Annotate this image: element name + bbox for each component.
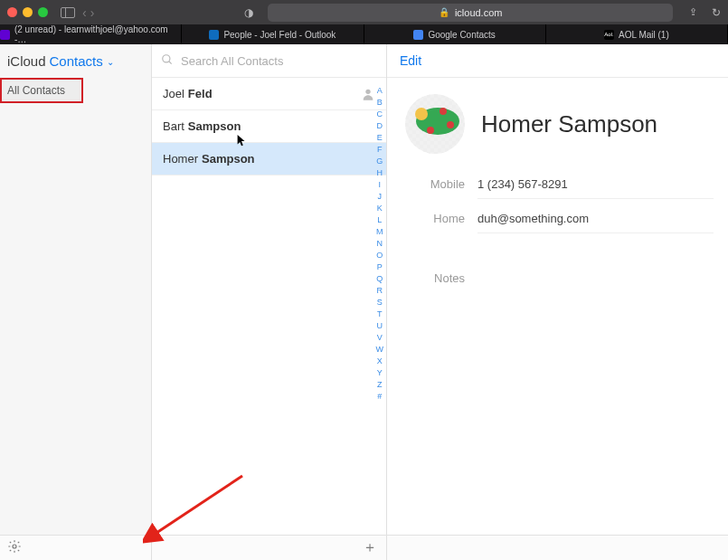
sidebar-toggle-icon[interactable] bbox=[61, 7, 75, 18]
tab-yahoo-mail[interactable]: (2 unread) - learnwithjoel@yahoo.com -… bbox=[0, 24, 182, 44]
forward-button-icon[interactable]: › bbox=[90, 5, 95, 20]
alpha-letter[interactable]: Y bbox=[376, 368, 384, 377]
alpha-letter[interactable]: Z bbox=[376, 380, 384, 389]
alpha-letter[interactable]: K bbox=[376, 204, 384, 213]
address-bar[interactable]: 🔒 icloud.com bbox=[268, 4, 673, 22]
alpha-letter[interactable]: G bbox=[376, 157, 384, 166]
alpha-letter[interactable]: A bbox=[376, 86, 384, 95]
alpha-letter[interactable]: P bbox=[376, 262, 384, 271]
edit-button[interactable]: Edit bbox=[400, 53, 421, 68]
field-label: Notes bbox=[405, 271, 477, 285]
svg-point-2 bbox=[365, 89, 370, 93]
tab-label: Google Contacts bbox=[428, 30, 496, 40]
close-window-icon[interactable] bbox=[7, 7, 17, 17]
contact-row-joel-feld[interactable]: Joel Feld bbox=[152, 78, 386, 110]
google-favicon-icon bbox=[413, 30, 423, 40]
contact-last: Sampson bbox=[188, 119, 241, 133]
search-icon bbox=[161, 53, 174, 69]
alpha-letter[interactable]: L bbox=[376, 215, 384, 224]
alpha-letter[interactable]: F bbox=[376, 145, 384, 154]
app-title-main: Contacts bbox=[50, 53, 103, 69]
alpha-letter[interactable]: U bbox=[376, 321, 384, 330]
privacy-shield-icon[interactable]: ◑ bbox=[244, 6, 253, 19]
svg-point-10 bbox=[427, 127, 434, 134]
address-host: icloud.com bbox=[455, 7, 503, 18]
alpha-letter[interactable]: S bbox=[376, 298, 384, 307]
tab-label: AOL Mail (1) bbox=[619, 30, 669, 40]
svg-point-9 bbox=[447, 121, 454, 128]
alpha-letter[interactable]: D bbox=[376, 121, 384, 130]
alpha-letter[interactable]: W bbox=[376, 345, 384, 354]
search-input[interactable] bbox=[181, 54, 377, 68]
aol-favicon-icon: Aol. bbox=[604, 30, 614, 40]
minimize-window-icon[interactable] bbox=[23, 7, 33, 17]
field-value-notes[interactable] bbox=[477, 246, 714, 282]
zoom-window-icon[interactable] bbox=[38, 7, 48, 17]
sidebar-item-all-contacts[interactable]: All Contacts bbox=[0, 78, 83, 103]
alpha-letter[interactable]: J bbox=[376, 192, 384, 201]
contact-first: Bart bbox=[163, 119, 184, 133]
contact-avatar[interactable] bbox=[405, 94, 465, 154]
contact-first: Joel bbox=[163, 87, 184, 100]
reload-icon[interactable]: ↻ bbox=[712, 6, 721, 19]
me-card-icon bbox=[361, 87, 375, 101]
browser-tab-bar: (2 unread) - learnwithjoel@yahoo.com -… … bbox=[0, 24, 728, 44]
back-button-icon[interactable]: ‹ bbox=[82, 5, 87, 20]
alpha-index[interactable]: A B C D E F G H I J K L M N O P Q R S T … bbox=[376, 86, 384, 401]
tab-label: (2 unread) - learnwithjoel@yahoo.com -… bbox=[14, 24, 181, 44]
alpha-letter[interactable]: R bbox=[376, 286, 384, 295]
tab-google-contacts[interactable]: Google Contacts bbox=[364, 24, 546, 44]
app-title[interactable]: iCloud Contacts ⌄ bbox=[0, 44, 151, 78]
field-label: Mobile bbox=[405, 177, 477, 191]
outlook-favicon-icon bbox=[209, 30, 219, 40]
svg-point-8 bbox=[440, 108, 447, 115]
alpha-letter[interactable]: N bbox=[376, 239, 384, 248]
alpha-letter[interactable]: O bbox=[376, 251, 384, 260]
field-home-email: Home duh@something.com bbox=[405, 212, 714, 233]
contact-row-bart-sampson[interactable]: Bart Sampson bbox=[152, 110, 386, 143]
alpha-letter[interactable]: B bbox=[376, 98, 384, 107]
add-contact-button[interactable]: ＋ bbox=[363, 538, 377, 557]
alpha-letter[interactable]: M bbox=[376, 227, 384, 236]
contact-last: Feld bbox=[188, 87, 213, 100]
yahoo-favicon-icon bbox=[0, 30, 10, 40]
contact-first: Homer bbox=[163, 152, 198, 166]
field-value-email[interactable]: duh@something.com bbox=[477, 212, 714, 233]
tab-label: People - Joel Feld - Outlook bbox=[223, 30, 336, 40]
chevron-down-icon: ⌄ bbox=[107, 57, 114, 67]
share-icon[interactable]: ⇪ bbox=[689, 6, 697, 18]
sidebar-item-label: All Contacts bbox=[7, 84, 65, 97]
alpha-letter[interactable]: I bbox=[376, 180, 384, 189]
contact-display-name: Homer Sampson bbox=[481, 110, 657, 138]
alpha-letter[interactable]: # bbox=[376, 392, 384, 401]
search-bar[interactable] bbox=[152, 44, 386, 78]
svg-point-7 bbox=[415, 108, 428, 120]
alpha-letter[interactable]: T bbox=[376, 309, 384, 318]
tab-outlook-people[interactable]: People - Joel Feld - Outlook bbox=[182, 24, 364, 44]
alpha-letter[interactable]: C bbox=[376, 109, 384, 119]
field-notes: Notes bbox=[405, 246, 714, 285]
alpha-letter[interactable]: H bbox=[376, 168, 384, 177]
field-mobile: Mobile 1 (234) 567-8291 bbox=[405, 177, 714, 199]
contact-row-homer-sampson[interactable]: Homer Sampson bbox=[152, 143, 386, 176]
svg-point-0 bbox=[163, 54, 170, 62]
settings-gear-icon[interactable] bbox=[7, 539, 22, 557]
alpha-letter[interactable]: X bbox=[376, 356, 384, 365]
contact-last: Sampson bbox=[202, 152, 255, 166]
svg-point-11 bbox=[13, 545, 16, 548]
field-label: Home bbox=[405, 212, 477, 225]
alpha-letter[interactable]: E bbox=[376, 133, 384, 142]
alpha-letter[interactable]: Q bbox=[376, 274, 384, 283]
app-title-prefix: iCloud bbox=[7, 53, 46, 69]
window-traffic-lights[interactable] bbox=[7, 7, 48, 17]
field-value-phone[interactable]: 1 (234) 567-8291 bbox=[477, 177, 714, 199]
alpha-letter[interactable]: V bbox=[376, 333, 384, 342]
lock-icon: 🔒 bbox=[439, 7, 449, 17]
tab-aol-mail[interactable]: Aol. AOL Mail (1) bbox=[546, 24, 728, 44]
svg-line-1 bbox=[169, 61, 172, 63]
